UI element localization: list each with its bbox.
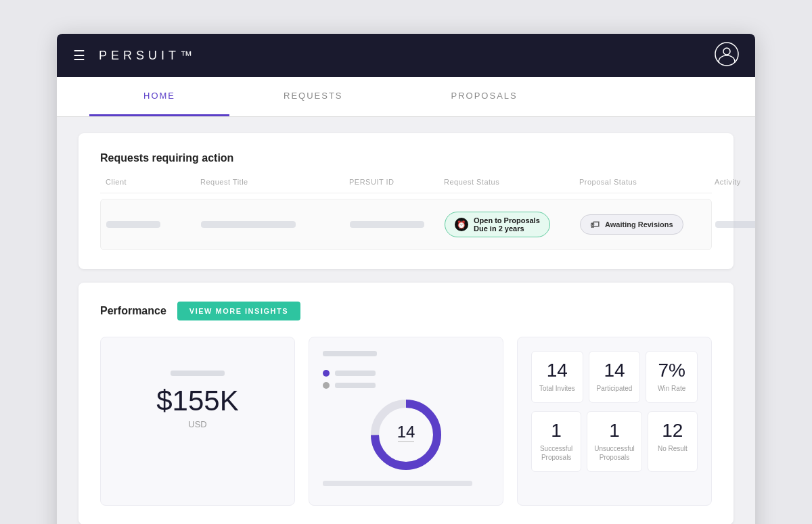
legend-dot-gray [323,382,330,389]
logo: PERSUIT™ [99,49,196,63]
legend-line-1 [335,371,376,376]
tab-bar: HOME REQUESTS PROPOSALS [57,77,755,117]
stats-card: 14 Total Invites 14 Participated 7% Win … [517,337,712,506]
dollar-value: $155K [156,387,238,415]
browser-window: ☰ PERSUIT™ HOME REQUESTS PROPOSALS Reque… [57,34,755,524]
col-request-title: Request Title [200,178,349,186]
svg-text:14: 14 [397,423,415,441]
performance-card: Performance VIEW MORE INSIGHTS $155K USD [78,283,734,524]
cell-client [106,221,201,228]
tab-proposals[interactable]: PROPOSALS [397,77,572,116]
svg-point-1 [723,48,730,55]
cell-request-status: ⏰ Open to Proposals Due in 2 years [445,212,580,237]
awaiting-revisions-badge: 🏷 Awaiting Revisions [580,214,683,235]
col-request-status: Request Status [444,178,579,186]
cell-activity [715,221,755,228]
stat-successful: 1 Successful Proposals [531,411,581,472]
open-proposals-text: Open to Proposals Due in 2 years [474,216,540,233]
user-avatar[interactable] [715,42,739,69]
win-rate-label: Win Rate [653,384,690,393]
stats-row-top: 14 Total Invites 14 Participated 7% Win … [531,351,698,403]
table-row[interactable]: ⏰ Open to Proposals Due in 2 years 🏷 Awa… [100,199,712,250]
open-proposals-badge: ⏰ Open to Proposals Due in 2 years [445,212,550,237]
dollar-label-skeleton [171,371,225,376]
successful-number: 1 [539,421,574,440]
view-more-insights-button[interactable]: VIEW MORE INSIGHTS [177,302,300,320]
no-result-label: No Result [655,444,690,453]
top-nav: ☰ PERSUIT™ [57,34,755,77]
cell-proposal-status: 🏷 Awaiting Revisions [580,214,715,235]
win-rate-number: 7% [653,361,690,380]
stat-win-rate: 7% Win Rate [646,351,698,403]
table-header: Client Request Title PERSUIT ID Request … [100,178,712,193]
donut-skeleton-1 [323,481,472,486]
col-proposal-status: Proposal Status [579,178,715,186]
perf-grid: $155K USD [100,337,712,506]
perf-header: Performance VIEW MORE INSIGHTS [100,302,712,320]
dollar-card: $155K USD [100,337,295,506]
legend-item-2 [323,382,489,389]
perf-title: Performance [100,305,166,317]
cell-request-title [201,221,350,228]
stat-unsuccessful: 1 Unsuccessful Proposals [587,411,641,472]
tag-icon: 🏷 [590,219,600,230]
unsuccessful-number: 1 [594,421,634,440]
stat-no-result: 12 No Result [648,411,698,472]
col-persuit-id: PERSUIT ID [349,178,444,186]
clock-icon: ⏰ [455,218,468,231]
stat-participated: 14 Participated [589,351,641,403]
total-invites-number: 14 [539,361,576,380]
requests-title: Requests requiring action [100,152,712,164]
hamburger-icon[interactable]: ☰ [73,47,85,64]
unsuccessful-label: Unsuccessful Proposals [594,444,634,462]
legend-line-2 [335,383,376,388]
successful-label: Successful Proposals [539,444,574,462]
requests-card: Requests requiring action Client Request… [78,133,734,269]
nav-left: ☰ PERSUIT™ [73,47,196,64]
donut-chart: 14 [365,394,447,475]
no-result-number: 12 [655,421,690,440]
donut-label-skeleton [323,351,377,356]
participated-number: 14 [596,361,633,380]
col-client: Client [106,178,200,186]
legend-item-1 [323,370,489,377]
participated-label: Participated [596,384,633,393]
col-activity: Activity [715,178,755,186]
donut-card: 14 [309,337,503,506]
legend-dot-purple [323,370,330,377]
tab-home[interactable]: HOME [89,77,229,116]
tab-requests[interactable]: REQUESTS [229,77,397,116]
stats-row-bottom: 1 Successful Proposals 1 Unsuccessful Pr… [531,411,698,472]
cell-persuit-id [350,221,445,228]
total-invites-label: Total Invites [539,384,576,393]
dollar-unit: USD [188,419,206,429]
stat-total-invites: 14 Total Invites [531,351,583,403]
main-content: Requests requiring action Client Request… [57,117,755,524]
